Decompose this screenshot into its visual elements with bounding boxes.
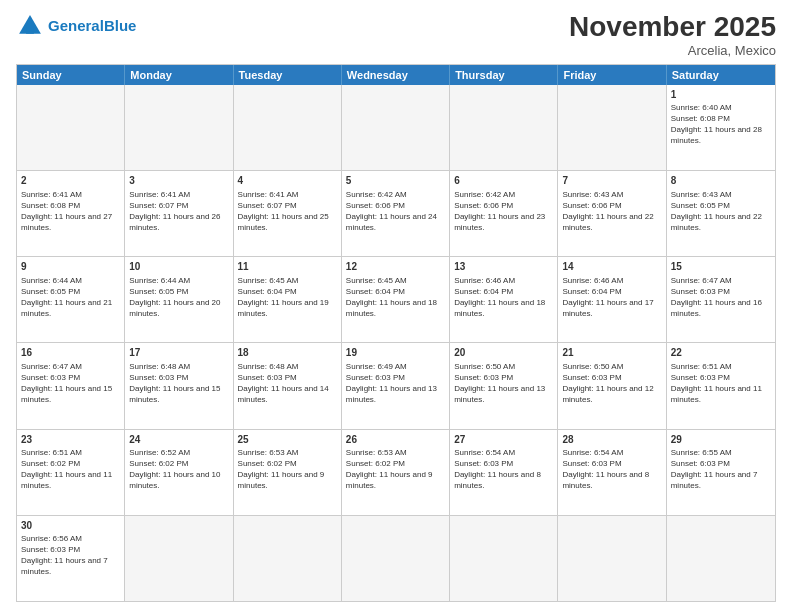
date-number: 15 bbox=[671, 260, 771, 274]
date-cell-24: 24Sunrise: 6:52 AMSunset: 6:02 PMDayligh… bbox=[125, 430, 233, 515]
date-number: 26 bbox=[346, 433, 445, 447]
title-block: November 2025 Arcelia, Mexico bbox=[569, 12, 776, 58]
date-number: 17 bbox=[129, 346, 228, 360]
date-cell-6: 6Sunrise: 6:42 AMSunset: 6:06 PMDaylight… bbox=[450, 171, 558, 256]
day-header-friday: Friday bbox=[558, 65, 666, 85]
sunrise-text: Sunrise: 6:53 AM bbox=[238, 448, 299, 457]
calendar-row-1: 2Sunrise: 6:41 AMSunset: 6:08 PMDaylight… bbox=[17, 170, 775, 256]
day-header-saturday: Saturday bbox=[667, 65, 775, 85]
date-cell-27: 27Sunrise: 6:54 AMSunset: 6:03 PMDayligh… bbox=[450, 430, 558, 515]
date-cell-30: 30Sunrise: 6:56 AMSunset: 6:03 PMDayligh… bbox=[17, 516, 125, 601]
sunset-text: Sunset: 6:06 PM bbox=[562, 201, 621, 210]
sunrise-text: Sunrise: 6:46 AM bbox=[562, 276, 623, 285]
cell-info: Sunrise: 6:44 AMSunset: 6:05 PMDaylight:… bbox=[21, 275, 120, 319]
date-cell-25: 25Sunrise: 6:53 AMSunset: 6:02 PMDayligh… bbox=[234, 430, 342, 515]
sunrise-text: Sunrise: 6:42 AM bbox=[346, 190, 407, 199]
daylight-text: Daylight: 11 hours and 13 minutes. bbox=[454, 384, 545, 404]
daylight-text: Daylight: 11 hours and 19 minutes. bbox=[238, 298, 329, 318]
date-number: 21 bbox=[562, 346, 661, 360]
date-cell-10: 10Sunrise: 6:44 AMSunset: 6:05 PMDayligh… bbox=[125, 257, 233, 342]
sunrise-text: Sunrise: 6:41 AM bbox=[129, 190, 190, 199]
date-number: 24 bbox=[129, 433, 228, 447]
sunset-text: Sunset: 6:03 PM bbox=[129, 373, 188, 382]
sunset-text: Sunset: 6:04 PM bbox=[346, 287, 405, 296]
sunrise-text: Sunrise: 6:50 AM bbox=[454, 362, 515, 371]
date-cell-5: 5Sunrise: 6:42 AMSunset: 6:06 PMDaylight… bbox=[342, 171, 450, 256]
date-number: 29 bbox=[671, 433, 771, 447]
daylight-text: Daylight: 11 hours and 11 minutes. bbox=[21, 470, 112, 490]
day-header-thursday: Thursday bbox=[450, 65, 558, 85]
cell-info: Sunrise: 6:40 AMSunset: 6:08 PMDaylight:… bbox=[671, 102, 771, 146]
date-cell-15: 15Sunrise: 6:47 AMSunset: 6:03 PMDayligh… bbox=[667, 257, 775, 342]
date-cell-17: 17Sunrise: 6:48 AMSunset: 6:03 PMDayligh… bbox=[125, 343, 233, 428]
sunrise-text: Sunrise: 6:47 AM bbox=[21, 362, 82, 371]
empty-cell bbox=[125, 85, 233, 170]
sunset-text: Sunset: 6:08 PM bbox=[21, 201, 80, 210]
cell-info: Sunrise: 6:53 AMSunset: 6:02 PMDaylight:… bbox=[346, 447, 445, 491]
month-title: November 2025 bbox=[569, 12, 776, 43]
sunset-text: Sunset: 6:02 PM bbox=[129, 459, 188, 468]
sunset-text: Sunset: 6:03 PM bbox=[671, 287, 730, 296]
cell-info: Sunrise: 6:54 AMSunset: 6:03 PMDaylight:… bbox=[454, 447, 553, 491]
cell-info: Sunrise: 6:43 AMSunset: 6:06 PMDaylight:… bbox=[562, 189, 661, 233]
daylight-text: Daylight: 11 hours and 20 minutes. bbox=[129, 298, 220, 318]
empty-cell bbox=[450, 85, 558, 170]
sunset-text: Sunset: 6:03 PM bbox=[562, 373, 621, 382]
header: GeneralBlue November 2025 Arcelia, Mexic… bbox=[16, 12, 776, 58]
daylight-text: Daylight: 11 hours and 10 minutes. bbox=[129, 470, 220, 490]
calendar-row-5: 30Sunrise: 6:56 AMSunset: 6:03 PMDayligh… bbox=[17, 515, 775, 601]
sunrise-text: Sunrise: 6:45 AM bbox=[346, 276, 407, 285]
daylight-text: Daylight: 11 hours and 28 minutes. bbox=[671, 125, 762, 145]
sunrise-text: Sunrise: 6:54 AM bbox=[562, 448, 623, 457]
cell-info: Sunrise: 6:47 AMSunset: 6:03 PMDaylight:… bbox=[21, 361, 120, 405]
date-number: 30 bbox=[21, 519, 120, 533]
sunrise-text: Sunrise: 6:52 AM bbox=[129, 448, 190, 457]
empty-cell bbox=[234, 516, 342, 601]
daylight-text: Daylight: 11 hours and 9 minutes. bbox=[346, 470, 433, 490]
svg-rect-1 bbox=[26, 26, 34, 34]
sunset-text: Sunset: 6:03 PM bbox=[454, 373, 513, 382]
day-headers: SundayMondayTuesdayWednesdayThursdayFrid… bbox=[17, 65, 775, 85]
sunrise-text: Sunrise: 6:41 AM bbox=[238, 190, 299, 199]
date-number: 7 bbox=[562, 174, 661, 188]
cell-info: Sunrise: 6:46 AMSunset: 6:04 PMDaylight:… bbox=[562, 275, 661, 319]
daylight-text: Daylight: 11 hours and 27 minutes. bbox=[21, 212, 112, 232]
sunrise-text: Sunrise: 6:40 AM bbox=[671, 103, 732, 112]
date-cell-1: 1Sunrise: 6:40 AMSunset: 6:08 PMDaylight… bbox=[667, 85, 775, 170]
date-cell-8: 8Sunrise: 6:43 AMSunset: 6:05 PMDaylight… bbox=[667, 171, 775, 256]
calendar-row-0: 1Sunrise: 6:40 AMSunset: 6:08 PMDaylight… bbox=[17, 85, 775, 170]
cell-info: Sunrise: 6:48 AMSunset: 6:03 PMDaylight:… bbox=[238, 361, 337, 405]
cell-info: Sunrise: 6:51 AMSunset: 6:02 PMDaylight:… bbox=[21, 447, 120, 491]
date-cell-3: 3Sunrise: 6:41 AMSunset: 6:07 PMDaylight… bbox=[125, 171, 233, 256]
sunset-text: Sunset: 6:03 PM bbox=[238, 373, 297, 382]
calendar: SundayMondayTuesdayWednesdayThursdayFrid… bbox=[16, 64, 776, 602]
date-number: 23 bbox=[21, 433, 120, 447]
daylight-text: Daylight: 11 hours and 24 minutes. bbox=[346, 212, 437, 232]
sunrise-text: Sunrise: 6:51 AM bbox=[671, 362, 732, 371]
date-cell-20: 20Sunrise: 6:50 AMSunset: 6:03 PMDayligh… bbox=[450, 343, 558, 428]
date-number: 6 bbox=[454, 174, 553, 188]
daylight-text: Daylight: 11 hours and 16 minutes. bbox=[671, 298, 762, 318]
sunset-text: Sunset: 6:07 PM bbox=[129, 201, 188, 210]
daylight-text: Daylight: 11 hours and 7 minutes. bbox=[671, 470, 758, 490]
sunset-text: Sunset: 6:03 PM bbox=[454, 459, 513, 468]
sunrise-text: Sunrise: 6:44 AM bbox=[129, 276, 190, 285]
daylight-text: Daylight: 11 hours and 12 minutes. bbox=[562, 384, 653, 404]
sunrise-text: Sunrise: 6:50 AM bbox=[562, 362, 623, 371]
date-number: 20 bbox=[454, 346, 553, 360]
daylight-text: Daylight: 11 hours and 22 minutes. bbox=[562, 212, 653, 232]
sunset-text: Sunset: 6:05 PM bbox=[21, 287, 80, 296]
logo-text: GeneralBlue bbox=[48, 18, 136, 35]
daylight-text: Daylight: 11 hours and 7 minutes. bbox=[21, 556, 108, 576]
page: GeneralBlue November 2025 Arcelia, Mexic… bbox=[0, 0, 792, 612]
cell-info: Sunrise: 6:45 AMSunset: 6:04 PMDaylight:… bbox=[238, 275, 337, 319]
empty-cell bbox=[450, 516, 558, 601]
cell-info: Sunrise: 6:41 AMSunset: 6:08 PMDaylight:… bbox=[21, 189, 120, 233]
sunset-text: Sunset: 6:05 PM bbox=[129, 287, 188, 296]
cell-info: Sunrise: 6:45 AMSunset: 6:04 PMDaylight:… bbox=[346, 275, 445, 319]
sunrise-text: Sunrise: 6:51 AM bbox=[21, 448, 82, 457]
date-cell-2: 2Sunrise: 6:41 AMSunset: 6:08 PMDaylight… bbox=[17, 171, 125, 256]
sunrise-text: Sunrise: 6:48 AM bbox=[238, 362, 299, 371]
date-number: 13 bbox=[454, 260, 553, 274]
cell-info: Sunrise: 6:56 AMSunset: 6:03 PMDaylight:… bbox=[21, 533, 120, 577]
